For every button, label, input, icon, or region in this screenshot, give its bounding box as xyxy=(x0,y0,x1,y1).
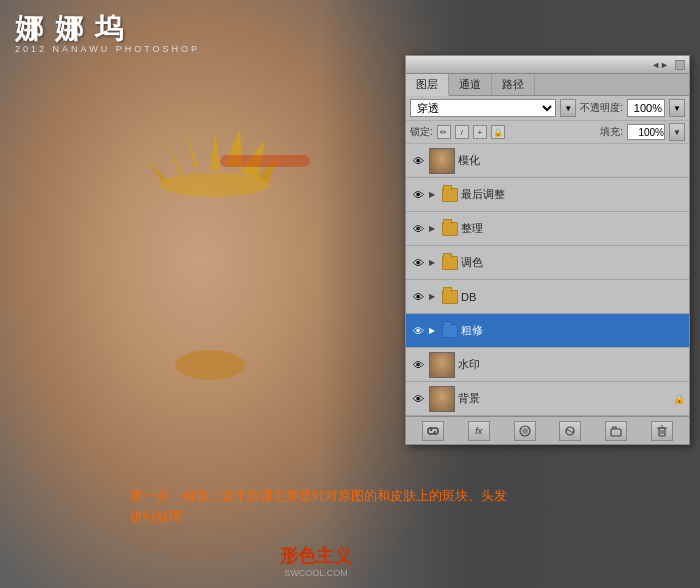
opacity-label: 不透明度: xyxy=(580,101,623,115)
fill-label: 填充: xyxy=(600,125,623,139)
watermark-text: 形色主义 xyxy=(280,544,352,568)
lock-move-icon[interactable]: / xyxy=(455,125,469,139)
layer-name: DB xyxy=(461,291,685,303)
layer-name: 模化 xyxy=(458,153,685,168)
tab-paths[interactable]: 路径 xyxy=(492,74,535,95)
layer-visibility-toggle[interactable]: 👁 xyxy=(410,153,426,169)
opacity-arrow[interactable]: ▼ xyxy=(669,99,685,117)
layer-item[interactable]: 👁 ▶ 粗修 xyxy=(406,314,689,348)
logo-area: 娜 娜 坞 2012 NANAWU PHOTOSHOP xyxy=(15,10,200,54)
logo-sub-text: 2012 NANAWU PHOTOSHOP xyxy=(15,44,200,54)
group-button[interactable] xyxy=(605,421,627,441)
adjustment-button[interactable] xyxy=(559,421,581,441)
bottom-text-line1: 第一步，粗修：这个步骤主要是针对原图的和皮肤上的斑块、头发 xyxy=(130,486,507,507)
layer-name: 水印 xyxy=(458,357,685,372)
layer-visibility-toggle[interactable]: 👁 xyxy=(410,289,426,305)
expand-arrow-icon[interactable]: ▶ xyxy=(429,292,439,301)
layer-item[interactable]: 👁 水印 xyxy=(406,348,689,382)
watermark-sub: SWCOOL.COM xyxy=(280,568,352,578)
bottom-text-line2: 进行处理 xyxy=(130,507,507,528)
layer-item[interactable]: 👁 ▶ 整理 xyxy=(406,212,689,246)
layer-visibility-toggle[interactable]: 👁 xyxy=(410,187,426,203)
layer-item[interactable]: 👁 ▶ 最后调整 xyxy=(406,178,689,212)
folder-icon xyxy=(442,256,458,270)
layer-visibility-toggle[interactable]: 👁 xyxy=(410,255,426,271)
layer-thumbnail xyxy=(429,352,455,378)
logo-main-text: 娜 娜 坞 xyxy=(15,10,200,48)
fx-label: fx xyxy=(475,426,482,436)
layer-name: 粗修 xyxy=(461,323,685,338)
expand-arrow-icon[interactable]: ▶ xyxy=(429,326,439,335)
folder-icon xyxy=(442,188,458,202)
opacity-input[interactable] xyxy=(627,99,665,117)
panel-collapse-arrows[interactable]: ◄► xyxy=(651,60,669,70)
svg-rect-13 xyxy=(611,429,621,436)
thumb-face-image xyxy=(430,149,454,173)
layer-visibility-toggle[interactable]: 👁 xyxy=(410,391,426,407)
layers-list: 👁 模化 👁 ▶ 最后调整 👁 ▶ 整理 👁 ▶ 调色 xyxy=(406,144,689,416)
blend-mode-arrow[interactable]: ▼ xyxy=(560,99,576,117)
layer-item[interactable]: 👁 ▶ 调色 xyxy=(406,246,689,280)
layers-panel: ◄► 图层 通道 路径 穿透 正常 叠加 柔光 ▼ 不透明度: ▼ 锁定: ✏ … xyxy=(405,55,690,445)
mask-button[interactable] xyxy=(514,421,536,441)
layer-name: 调色 xyxy=(461,255,685,270)
delete-layer-button[interactable] xyxy=(651,421,673,441)
layer-item[interactable]: 👁 背景 🔒 xyxy=(406,382,689,416)
layer-name: 背景 xyxy=(458,391,670,406)
tab-channels[interactable]: 通道 xyxy=(449,74,492,95)
expand-arrow-icon[interactable]: ▶ xyxy=(429,224,439,233)
lock-row: 锁定: ✏ / + 🔒 填充: ▼ xyxy=(406,121,689,144)
bottom-description: 第一步，粗修：这个步骤主要是针对原图的和皮肤上的斑块、头发 进行处理 xyxy=(130,486,507,528)
layer-thumbnail xyxy=(429,148,455,174)
layer-thumbnail xyxy=(429,386,455,412)
fill-arrow[interactable]: ▼ xyxy=(669,123,685,141)
fill-input[interactable] xyxy=(627,124,665,140)
link-layers-button[interactable] xyxy=(422,421,444,441)
layer-name: 最后调整 xyxy=(461,187,685,202)
svg-rect-14 xyxy=(659,428,665,436)
lock-edit-icon[interactable]: ✏ xyxy=(437,125,451,139)
svg-point-11 xyxy=(522,428,528,434)
panel-bottom-toolbar: fx xyxy=(406,416,689,444)
tab-layers[interactable]: 图层 xyxy=(406,74,449,96)
expand-arrow-icon[interactable]: ▶ xyxy=(429,258,439,267)
folder-icon xyxy=(442,290,458,304)
blend-mode-select[interactable]: 穿透 正常 叠加 柔光 xyxy=(410,99,556,117)
thumb-face-image xyxy=(430,387,454,411)
blend-mode-row: 穿透 正常 叠加 柔光 ▼ 不透明度: ▼ xyxy=(406,96,689,121)
layer-name: 整理 xyxy=(461,221,685,236)
layer-visibility-toggle[interactable]: 👁 xyxy=(410,357,426,373)
layer-visibility-toggle[interactable]: 👁 xyxy=(410,323,426,339)
lock-all-icon[interactable]: 🔒 xyxy=(491,125,505,139)
layer-item[interactable]: 👁 模化 xyxy=(406,144,689,178)
panel-close-btn[interactable] xyxy=(675,60,685,70)
lock-label: 锁定: xyxy=(410,125,433,139)
panel-tabs: 图层 通道 路径 xyxy=(406,74,689,96)
layer-visibility-toggle[interactable]: 👁 xyxy=(410,221,426,237)
expand-arrow-icon[interactable]: ▶ xyxy=(429,190,439,199)
watermark-logo: 形色主义 SWCOOL.COM xyxy=(280,544,352,578)
layer-item[interactable]: 👁 ▶ DB xyxy=(406,280,689,314)
lock-pixel-icon[interactable]: + xyxy=(473,125,487,139)
folder-icon xyxy=(442,324,458,338)
folder-icon xyxy=(442,222,458,236)
thumb-face-image xyxy=(430,353,454,377)
layer-lock-badge: 🔒 xyxy=(673,393,685,404)
panel-titlebar: ◄► xyxy=(406,56,689,74)
fx-button[interactable]: fx xyxy=(468,421,490,441)
